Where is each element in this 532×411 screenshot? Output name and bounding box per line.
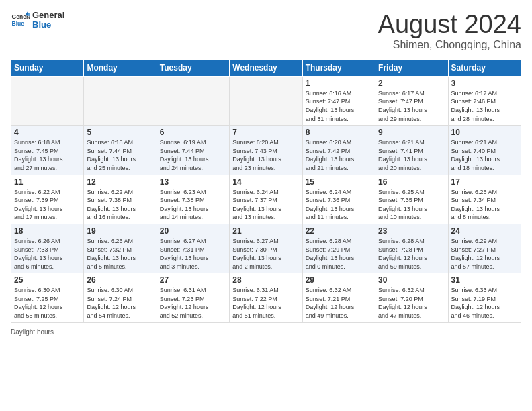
day-info: Sunrise: 6:31 AMSunset: 7:22 PMDaylight:… [232, 286, 299, 320]
day-number: 27 [160, 275, 226, 285]
calendar-cell: 24Sunrise: 6:29 AMSunset: 7:27 PMDayligh… [448, 224, 521, 273]
day-info: Sunrise: 6:33 AMSunset: 7:19 PMDaylight:… [451, 286, 518, 320]
calendar-day-header: Thursday [302, 59, 375, 76]
calendar-cell: 26Sunrise: 6:30 AMSunset: 7:24 PMDayligh… [84, 273, 157, 322]
svg-text:Blue: Blue [12, 20, 25, 27]
day-number: 7 [232, 128, 299, 137]
calendar-cell: 5Sunrise: 6:18 AMSunset: 7:44 PMDaylight… [84, 126, 157, 175]
logo-icon: General Blue [11, 11, 30, 30]
day-info: Sunrise: 6:31 AMSunset: 7:23 PMDaylight:… [160, 286, 226, 320]
calendar-cell [230, 76, 302, 125]
day-number: 15 [306, 177, 372, 187]
logo-general: General [32, 11, 64, 20]
day-number: 6 [160, 128, 226, 137]
calendar-cell: 19Sunrise: 6:26 AMSunset: 7:32 PMDayligh… [84, 224, 157, 273]
day-info: Sunrise: 6:32 AMSunset: 7:20 PMDaylight:… [378, 286, 445, 320]
day-number: 1 [306, 79, 372, 88]
calendar-cell: 25Sunrise: 6:30 AMSunset: 7:25 PMDayligh… [11, 273, 84, 322]
day-number: 20 [160, 226, 226, 236]
day-info: Sunrise: 6:32 AMSunset: 7:21 PMDaylight:… [306, 286, 372, 320]
calendar-cell: 15Sunrise: 6:24 AMSunset: 7:36 PMDayligh… [302, 175, 375, 224]
calendar-cell: 4Sunrise: 6:18 AMSunset: 7:45 PMDaylight… [11, 126, 84, 175]
calendar-cell: 3Sunrise: 6:17 AMSunset: 7:46 PMDaylight… [448, 76, 521, 125]
calendar-cell: 28Sunrise: 6:31 AMSunset: 7:22 PMDayligh… [230, 273, 302, 322]
day-info: Sunrise: 6:17 AMSunset: 7:47 PMDaylight:… [378, 89, 445, 123]
day-info: Sunrise: 6:28 AMSunset: 7:28 PMDaylight:… [378, 237, 445, 271]
day-number: 30 [378, 275, 445, 285]
calendar-cell: 6Sunrise: 6:19 AMSunset: 7:44 PMDaylight… [157, 126, 229, 175]
calendar-day-header: Tuesday [157, 59, 229, 76]
day-info: Sunrise: 6:21 AMSunset: 7:41 PMDaylight:… [378, 138, 445, 172]
day-number: 21 [232, 226, 299, 236]
calendar-cell: 13Sunrise: 6:23 AMSunset: 7:38 PMDayligh… [157, 175, 229, 224]
calendar-cell: 16Sunrise: 6:25 AMSunset: 7:35 PMDayligh… [375, 175, 448, 224]
day-number: 29 [306, 275, 372, 285]
day-number: 3 [451, 79, 518, 88]
day-info: Sunrise: 6:20 AMSunset: 7:43 PMDaylight:… [232, 138, 299, 172]
logo-blue: Blue [32, 20, 64, 30]
calendar-header-row: SundayMondayTuesdayWednesdayThursdayFrid… [11, 59, 521, 76]
calendar-cell: 18Sunrise: 6:26 AMSunset: 7:33 PMDayligh… [11, 224, 84, 273]
calendar-cell: 17Sunrise: 6:25 AMSunset: 7:34 PMDayligh… [448, 175, 521, 224]
day-info: Sunrise: 6:20 AMSunset: 7:42 PMDaylight:… [306, 138, 372, 172]
day-number: 31 [451, 275, 518, 285]
location-title: Shimen, Chongqing, China [378, 39, 521, 51]
day-number: 25 [14, 275, 81, 285]
day-info: Sunrise: 6:28 AMSunset: 7:29 PMDaylight:… [306, 237, 372, 271]
day-number: 2 [378, 79, 445, 88]
day-number: 19 [87, 226, 153, 236]
calendar-row: 1Sunrise: 6:16 AMSunset: 7:47 PMDaylight… [11, 76, 521, 125]
day-info: Sunrise: 6:18 AMSunset: 7:45 PMDaylight:… [14, 138, 81, 172]
day-number: 26 [87, 275, 153, 285]
calendar-cell: 29Sunrise: 6:32 AMSunset: 7:21 PMDayligh… [302, 273, 375, 322]
day-info: Sunrise: 6:27 AMSunset: 7:30 PMDaylight:… [232, 237, 299, 271]
day-number: 22 [306, 226, 372, 236]
day-number: 13 [160, 177, 226, 187]
calendar-cell: 31Sunrise: 6:33 AMSunset: 7:19 PMDayligh… [448, 273, 521, 322]
calendar-cell: 23Sunrise: 6:28 AMSunset: 7:28 PMDayligh… [375, 224, 448, 273]
calendar-row: 18Sunrise: 6:26 AMSunset: 7:33 PMDayligh… [11, 224, 521, 273]
day-info: Sunrise: 6:22 AMSunset: 7:38 PMDaylight:… [87, 188, 153, 222]
month-title: August 2024 [378, 11, 521, 39]
calendar-cell: 20Sunrise: 6:27 AMSunset: 7:31 PMDayligh… [157, 224, 229, 273]
footer-note: Daylight hours [11, 328, 521, 336]
calendar-row: 25Sunrise: 6:30 AMSunset: 7:25 PMDayligh… [11, 273, 521, 322]
calendar-cell: 1Sunrise: 6:16 AMSunset: 7:47 PMDaylight… [302, 76, 375, 125]
calendar-day-header: Friday [375, 59, 448, 76]
day-number: 24 [451, 226, 518, 236]
day-info: Sunrise: 6:24 AMSunset: 7:37 PMDaylight:… [232, 188, 299, 222]
day-info: Sunrise: 6:23 AMSunset: 7:38 PMDaylight:… [160, 188, 226, 222]
day-number: 11 [14, 177, 81, 187]
day-number: 10 [451, 128, 518, 137]
calendar-cell: 7Sunrise: 6:20 AMSunset: 7:43 PMDaylight… [230, 126, 302, 175]
calendar-cell: 21Sunrise: 6:27 AMSunset: 7:30 PMDayligh… [230, 224, 302, 273]
calendar-cell: 10Sunrise: 6:21 AMSunset: 7:40 PMDayligh… [448, 126, 521, 175]
day-number: 28 [232, 275, 299, 285]
calendar-table: SundayMondayTuesdayWednesdayThursdayFrid… [11, 59, 521, 323]
calendar-cell: 11Sunrise: 6:22 AMSunset: 7:39 PMDayligh… [11, 175, 84, 224]
day-info: Sunrise: 6:25 AMSunset: 7:34 PMDaylight:… [451, 188, 518, 222]
calendar-cell [157, 76, 229, 125]
day-info: Sunrise: 6:17 AMSunset: 7:46 PMDaylight:… [451, 89, 518, 123]
day-info: Sunrise: 6:16 AMSunset: 7:47 PMDaylight:… [306, 89, 372, 123]
day-number: 4 [14, 128, 81, 137]
day-info: Sunrise: 6:26 AMSunset: 7:33 PMDaylight:… [14, 237, 81, 271]
day-info: Sunrise: 6:25 AMSunset: 7:35 PMDaylight:… [378, 188, 445, 222]
day-info: Sunrise: 6:30 AMSunset: 7:24 PMDaylight:… [87, 286, 153, 320]
day-number: 5 [87, 128, 153, 137]
day-info: Sunrise: 6:26 AMSunset: 7:32 PMDaylight:… [87, 237, 153, 271]
day-number: 8 [306, 128, 372, 137]
day-number: 17 [451, 177, 518, 187]
calendar-cell: 8Sunrise: 6:20 AMSunset: 7:42 PMDaylight… [302, 126, 375, 175]
calendar-cell: 22Sunrise: 6:28 AMSunset: 7:29 PMDayligh… [302, 224, 375, 273]
calendar-day-header: Saturday [448, 59, 521, 76]
calendar-day-header: Wednesday [230, 59, 302, 76]
day-number: 23 [378, 226, 445, 236]
calendar-cell: 27Sunrise: 6:31 AMSunset: 7:23 PMDayligh… [157, 273, 229, 322]
day-info: Sunrise: 6:21 AMSunset: 7:40 PMDaylight:… [451, 138, 518, 172]
calendar-cell [84, 76, 157, 125]
day-info: Sunrise: 6:30 AMSunset: 7:25 PMDaylight:… [14, 286, 81, 320]
day-info: Sunrise: 6:27 AMSunset: 7:31 PMDaylight:… [160, 237, 226, 271]
calendar-day-header: Sunday [11, 59, 84, 76]
calendar-cell: 14Sunrise: 6:24 AMSunset: 7:37 PMDayligh… [230, 175, 302, 224]
